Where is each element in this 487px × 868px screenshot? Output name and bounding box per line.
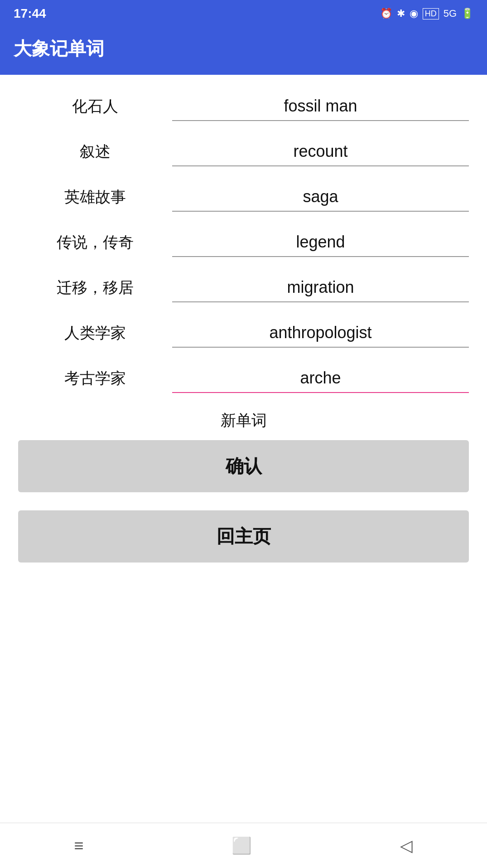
chinese-label-6: 人类学家 — [18, 323, 172, 344]
english-input-3[interactable] — [181, 187, 460, 206]
vocab-row: 人类学家 — [18, 315, 469, 351]
chinese-label-3: 英雄故事 — [18, 187, 172, 208]
vocab-row: 叙述 — [18, 134, 469, 170]
battery-icon: 🔋 — [461, 8, 473, 19]
wifi-icon: ◉ — [410, 8, 418, 19]
vocab-row: 英雄故事 — [18, 179, 469, 215]
english-container-2 — [172, 137, 469, 166]
english-container-3 — [172, 183, 469, 212]
chinese-label-1: 化石人 — [18, 96, 172, 117]
english-container-4 — [172, 228, 469, 257]
chinese-label-7: 考古学家 — [18, 368, 172, 389]
english-input-4[interactable] — [181, 233, 460, 252]
english-container-7 — [172, 364, 469, 393]
vocab-row: 考古学家 — [18, 360, 469, 397]
chinese-label-4: 传说，传奇 — [18, 232, 172, 253]
english-input-5[interactable] — [181, 278, 460, 297]
bottom-nav: ≡ ⬜ ◁ — [0, 823, 487, 868]
english-container-1 — [172, 92, 469, 121]
signal-icon: 5G — [444, 8, 457, 19]
english-input-1[interactable] — [181, 97, 460, 116]
english-container-6 — [172, 319, 469, 348]
status-time: 17:44 — [14, 6, 46, 21]
chinese-label-5: 迁移，移居 — [18, 277, 172, 298]
english-input-6[interactable] — [181, 323, 460, 342]
vocab-list: 化石人 叙述 英雄故事 传说，传奇 迁移 — [18, 88, 469, 397]
status-bar: 17:44 ⏰ ✱ ◉ HD 5G 🔋 — [0, 0, 487, 27]
status-icons: ⏰ ✱ ◉ HD 5G 🔋 — [380, 8, 473, 19]
vocab-row: 化石人 — [18, 88, 469, 125]
app-title: 大象记单词 — [14, 39, 104, 58]
app-header: 大象记单词 — [0, 27, 487, 75]
home-button[interactable]: 回主页 — [18, 510, 469, 563]
back-nav-icon[interactable]: ◁ — [400, 836, 413, 855]
confirm-button[interactable]: 确认 — [18, 440, 469, 492]
vocab-row: 迁移，移居 — [18, 270, 469, 306]
chinese-label-2: 叙述 — [18, 141, 172, 162]
home-nav-icon[interactable]: ⬜ — [231, 836, 252, 855]
menu-nav-icon[interactable]: ≡ — [74, 836, 83, 855]
english-input-7[interactable] — [181, 369, 460, 388]
alarm-icon: ⏰ — [380, 8, 392, 19]
english-container-5 — [172, 273, 469, 302]
vocab-row: 传说，传奇 — [18, 224, 469, 261]
english-input-2[interactable] — [181, 142, 460, 161]
main-content: 化石人 叙述 英雄故事 传说，传奇 迁移 — [0, 75, 487, 868]
hd-icon: HD — [423, 8, 439, 19]
bluetooth-icon: ✱ — [397, 8, 405, 19]
new-word-label: 新单词 — [18, 410, 469, 431]
